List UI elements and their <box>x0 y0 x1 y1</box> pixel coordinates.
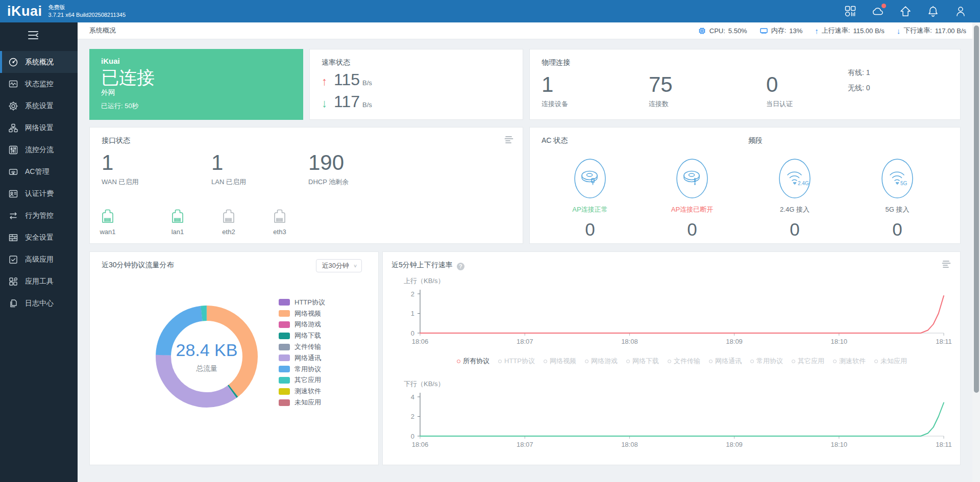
connection-status: 已连接 <box>101 68 291 87</box>
stat-label: WAN 已启用 <box>102 177 138 187</box>
rate-legend-item[interactable]: 常用协议 <box>750 357 783 366</box>
legend-item[interactable]: 网络通讯 <box>279 352 325 364</box>
legend-item[interactable]: 其它应用 <box>279 375 325 386</box>
legend-ring-icon <box>668 360 671 363</box>
downlink-value: 117.00 B/s <box>935 27 966 35</box>
sidebar-item-monitor[interactable]: 状态监控 <box>0 73 78 95</box>
sidebar-item-dashboard[interactable]: 系统概况 <box>0 51 78 73</box>
home-icon[interactable] <box>899 5 912 17</box>
card-menu-icon[interactable] <box>504 136 513 146</box>
legend-item[interactable]: HTTP协议 <box>279 297 325 308</box>
port-label: eth3 <box>262 228 298 236</box>
bell-icon[interactable] <box>927 5 939 17</box>
interface-card-title: 接口状态 <box>102 136 511 145</box>
legend-label: 文件传输 <box>674 357 700 366</box>
legend-item[interactable]: 网络视频 <box>279 308 325 319</box>
sidebar-item-network[interactable]: 网络设置 <box>0 117 78 139</box>
downlink-rate-value: 117 <box>334 92 360 111</box>
rate-legend-item[interactable]: 网络下载 <box>626 357 659 366</box>
auth-icon <box>8 189 18 199</box>
ac-item-value: 0 <box>654 219 730 240</box>
sidebar-item-label: 安全设置 <box>25 233 54 242</box>
sidebar-item-security[interactable]: 安全设置 <box>0 226 78 248</box>
rate-legend-item[interactable]: 网络游戏 <box>585 357 618 366</box>
daily-auth-stat: 0 当日认证 <box>766 73 793 109</box>
sidebar-item-ac[interactable]: AC管理 <box>0 161 78 183</box>
legend-ring-icon <box>833 360 837 363</box>
svg-text:1: 1 <box>411 310 414 317</box>
sidebar-item-label: 系统概况 <box>25 58 54 67</box>
app-logo: iKuai <box>7 4 42 19</box>
tools-icon <box>8 276 18 287</box>
legend-ring-icon <box>457 360 460 363</box>
legend-swatch <box>279 399 290 406</box>
svg-text:18:06: 18:06 <box>412 338 429 345</box>
sidebar-item-label: 认证计费 <box>25 189 54 198</box>
svg-text:18:09: 18:09 <box>726 338 743 345</box>
sidebar-item-label: 网络设置 <box>25 123 54 133</box>
ac-item-label: AP连接正常 <box>552 205 628 214</box>
downlink-line-chart: 02418:0618:0718:0818:0918:1018:11 <box>383 387 960 453</box>
time-range-dropdown[interactable]: 近30分钟 ∨ <box>316 259 362 272</box>
help-icon[interactable]: ? <box>457 263 464 270</box>
legend-label: 网络游戏 <box>591 357 618 366</box>
sidebar-collapse-icon[interactable] <box>27 30 40 41</box>
legend-label: 测速软件 <box>839 357 866 366</box>
sidebar-item-settings[interactable]: 系统设置 <box>0 95 78 117</box>
stat-value: 1 <box>211 151 246 174</box>
rate-legend-item[interactable]: 网络通讯 <box>709 357 742 366</box>
legend-label: 其它应用 <box>295 375 321 385</box>
rate-legend-item[interactable]: 未知应用 <box>874 357 907 366</box>
legend-item[interactable]: 文件传输 <box>279 341 325 352</box>
legend-item[interactable]: 未知应用 <box>279 397 325 408</box>
sidebar-item-behavior[interactable]: 行为管控 <box>0 205 78 226</box>
legend-label: 测速软件 <box>295 387 321 396</box>
stat-value: 0 <box>766 73 793 96</box>
legend-item[interactable]: 常用协议 <box>279 364 325 375</box>
apps-grid-icon[interactable] <box>844 5 856 17</box>
scrollbar-thumb[interactable] <box>974 26 979 393</box>
wan-enabled-stat: 1 WAN 已启用 <box>102 151 138 187</box>
legend-swatch <box>279 333 290 339</box>
port-label: eth2 <box>211 228 247 236</box>
memory-value: 13% <box>789 27 802 35</box>
card-menu-icon[interactable] <box>942 260 951 270</box>
rate-chart-legend: 所有协议HTTP协议网络视频网络游戏网络下载文件传输网络通讯常用协议其它应用测速… <box>420 357 944 366</box>
connections-stat: 75 连接数 <box>649 73 673 109</box>
rate-legend-item[interactable]: 其它应用 <box>792 357 824 366</box>
svg-text:2.4G: 2.4G <box>798 181 809 186</box>
donut-center: 28.4 KB 总流量 <box>153 302 261 411</box>
rate-legend-item[interactable]: 所有协议 <box>457 357 489 366</box>
uplink-rate-value: 115 <box>334 70 360 89</box>
scrollbar-track[interactable] <box>972 22 980 482</box>
user-icon[interactable] <box>954 5 967 17</box>
cloud-icon[interactable] <box>872 5 884 17</box>
legend-label: 网络下载 <box>295 331 321 340</box>
stat-value: 1 <box>102 151 138 174</box>
legend-label: 所有协议 <box>463 357 489 366</box>
legend-item[interactable]: 网络下载 <box>279 330 325 341</box>
legend-label: 网络游戏 <box>295 320 321 329</box>
memory-icon <box>760 27 768 35</box>
rate-legend-item[interactable]: HTTP协议 <box>498 357 535 366</box>
ap-ok-icon <box>570 156 610 201</box>
rate-legend-item[interactable]: 网络视频 <box>544 357 576 366</box>
svg-text:18:07: 18:07 <box>517 338 533 345</box>
sidebar-item-auth[interactable]: 认证计费 <box>0 183 78 205</box>
protocol-donut-chart: 28.4 KB 总流量 <box>153 302 261 411</box>
sidebar-item-flow[interactable]: 流控分流 <box>0 139 78 161</box>
legend-label: 常用协议 <box>756 357 783 366</box>
legend-item[interactable]: 网络游戏 <box>279 319 325 331</box>
statusbar: 系统概况 CPU: 5.50% 内存: 13% ↑ 上行速率: 115.00 B… <box>78 22 972 39</box>
dhcp-remaining-stat: 190 DHCP 池剩余 <box>308 151 349 187</box>
stat-value: 75 <box>649 73 673 96</box>
legend-label: 未知应用 <box>295 398 321 407</box>
rate-legend-item[interactable]: 文件传输 <box>668 357 700 366</box>
sidebar-nav: 系统概况状态监控系统设置网络设置流控分流AC管理认证计费行为管控安全设置高级应用… <box>0 51 78 314</box>
sidebar-item-logs[interactable]: 日志中心 <box>0 292 78 314</box>
sidebar-item-label: 应用工具 <box>25 277 54 286</box>
legend-item[interactable]: 测速软件 <box>279 386 325 397</box>
sidebar-item-advanced[interactable]: 高级应用 <box>0 248 78 270</box>
sidebar-item-tools[interactable]: 应用工具 <box>0 270 78 292</box>
rate-legend-item[interactable]: 测速软件 <box>833 357 866 366</box>
